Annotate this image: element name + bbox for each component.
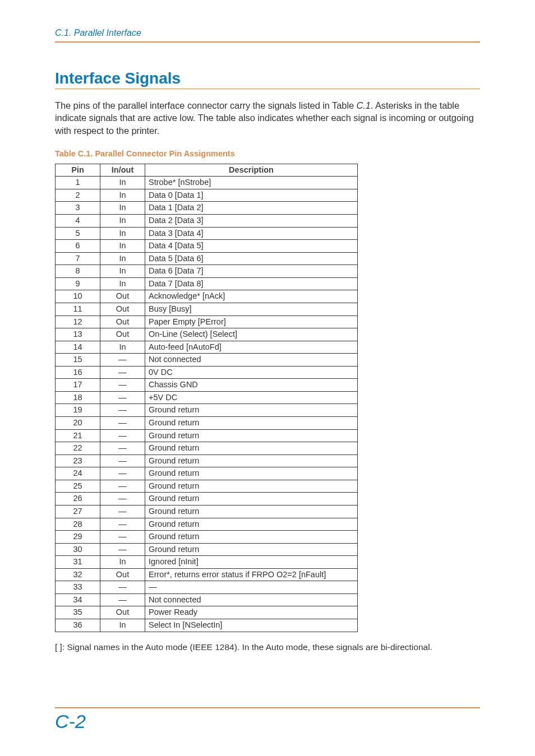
cell-desc: Not connected xyxy=(145,354,358,367)
cell-io: In xyxy=(100,215,145,228)
cell-desc: +5V DC xyxy=(145,391,358,404)
cell-io: Out xyxy=(100,606,145,619)
table-row: 20—Ground return xyxy=(56,417,358,430)
intro-paragraph: The pins of the parallel interface conne… xyxy=(55,99,480,137)
table-row: 29—Ground return xyxy=(56,531,358,544)
table-row: 31InIgnored [nInit] xyxy=(56,556,358,569)
cell-io: — xyxy=(100,531,145,544)
running-header: C.1. Parallel Interface xyxy=(55,28,480,43)
cell-io: — xyxy=(100,417,145,430)
table-row: 19—Ground return xyxy=(56,404,358,417)
cell-pin: 35 xyxy=(56,606,100,619)
cell-desc: Ground return xyxy=(145,518,358,531)
table-row: 4InData 2 [Data 3] xyxy=(56,215,358,228)
cell-desc: Ground return xyxy=(145,467,358,480)
cell-desc: Ground return xyxy=(145,442,358,455)
intro-ref: C.1 xyxy=(357,100,371,110)
cell-desc: — xyxy=(145,581,358,594)
cell-desc: Ground return xyxy=(145,417,358,430)
cell-io: — xyxy=(100,581,145,594)
cell-desc: Ignored [nInit] xyxy=(145,556,358,569)
table-row: 3InData 1 [Data 2] xyxy=(56,202,358,215)
cell-pin: 16 xyxy=(56,366,100,379)
page-footer: C-2 xyxy=(55,707,480,732)
cell-pin: 2 xyxy=(56,189,100,202)
cell-io: — xyxy=(100,379,145,392)
cell-pin: 29 xyxy=(56,531,100,544)
cell-pin: 3 xyxy=(56,202,100,215)
cell-desc: Auto-feed [nAutoFd] xyxy=(145,341,358,354)
cell-pin: 31 xyxy=(56,556,100,569)
cell-io: In xyxy=(100,619,145,632)
cell-pin: 7 xyxy=(56,252,100,265)
cell-io: — xyxy=(100,454,145,467)
cell-desc: Ground return xyxy=(145,543,358,556)
cell-pin: 26 xyxy=(56,493,100,505)
cell-pin: 4 xyxy=(56,215,100,228)
cell-io: — xyxy=(100,543,145,556)
intro-pre: The pins of the parallel interface conne… xyxy=(55,100,357,110)
table-row: 7InData 5 [Data 6] xyxy=(56,252,358,265)
cell-desc: On-Line (Select) [Select] xyxy=(145,328,358,341)
cell-pin: 27 xyxy=(56,505,100,518)
cell-pin: 12 xyxy=(56,316,100,328)
cell-pin: 5 xyxy=(56,227,100,240)
cell-desc: Select In [NSelectIn] xyxy=(145,619,358,632)
cell-pin: 1 xyxy=(56,177,100,189)
table-row: 1InStrobe* [nStrobe] xyxy=(56,177,358,189)
cell-pin: 30 xyxy=(56,543,100,556)
cell-pin: 19 xyxy=(56,404,100,417)
table-row: 23—Ground return xyxy=(56,454,358,467)
cell-io: In xyxy=(100,556,145,569)
cell-desc: Ground return xyxy=(145,480,358,493)
cell-desc: 0V DC xyxy=(145,366,358,379)
cell-pin: 9 xyxy=(56,277,100,290)
cell-desc: Ground return xyxy=(145,493,358,505)
cell-io: In xyxy=(100,202,145,215)
table-row: 5InData 3 [Data 4] xyxy=(56,227,358,240)
cell-io: In xyxy=(100,240,145,253)
cell-pin: 18 xyxy=(56,391,100,404)
table-row: 11OutBusy [Busy] xyxy=(56,303,358,316)
cell-io: — xyxy=(100,505,145,518)
cell-io: — xyxy=(100,429,145,442)
cell-desc: Ground return xyxy=(145,454,358,467)
cell-pin: 25 xyxy=(56,480,100,493)
cell-desc: Acknowledge* [nAck] xyxy=(145,290,358,303)
table-row: 32OutError*, returns error status if FRP… xyxy=(56,568,358,581)
cell-pin: 28 xyxy=(56,518,100,531)
cell-desc: Ground return xyxy=(145,404,358,417)
cell-pin: 11 xyxy=(56,303,100,316)
cell-desc: Ground return xyxy=(145,505,358,518)
table-row: 14InAuto-feed [nAutoFd] xyxy=(56,341,358,354)
table-row: 9InData 7 [Data 8] xyxy=(56,277,358,290)
cell-desc: Data 6 [Data 7] xyxy=(145,265,358,278)
cell-io: Out xyxy=(100,303,145,316)
cell-io: In xyxy=(100,177,145,189)
table-row: 36InSelect In [NSelectIn] xyxy=(56,619,358,632)
cell-io: — xyxy=(100,391,145,404)
cell-pin: 33 xyxy=(56,581,100,594)
cell-pin: 34 xyxy=(56,593,100,606)
cell-io: In xyxy=(100,252,145,265)
cell-pin: 10 xyxy=(56,290,100,303)
table-row: 12OutPaper Empty [PError] xyxy=(56,316,358,328)
table-row: 17—Chassis GND xyxy=(56,379,358,392)
cell-pin: 24 xyxy=(56,467,100,480)
cell-desc: Data 3 [Data 4] xyxy=(145,227,358,240)
cell-io: — xyxy=(100,354,145,367)
cell-pin: 36 xyxy=(56,619,100,632)
table-row: 35OutPower Ready xyxy=(56,606,358,619)
table-caption: Table C.1. Parallel Connector Pin Assign… xyxy=(55,149,480,158)
footnote: [ ]: Signal names in the Auto mode (IEEE… xyxy=(55,642,480,652)
table-row: 24—Ground return xyxy=(56,467,358,480)
cell-io: In xyxy=(100,265,145,278)
cell-desc: Busy [Busy] xyxy=(145,303,358,316)
table-row: 21—Ground return xyxy=(56,429,358,442)
cell-pin: 20 xyxy=(56,417,100,430)
cell-pin: 6 xyxy=(56,240,100,253)
cell-pin: 17 xyxy=(56,379,100,392)
table-row: 10OutAcknowledge* [nAck] xyxy=(56,290,358,303)
cell-pin: 22 xyxy=(56,442,100,455)
cell-pin: 8 xyxy=(56,265,100,278)
